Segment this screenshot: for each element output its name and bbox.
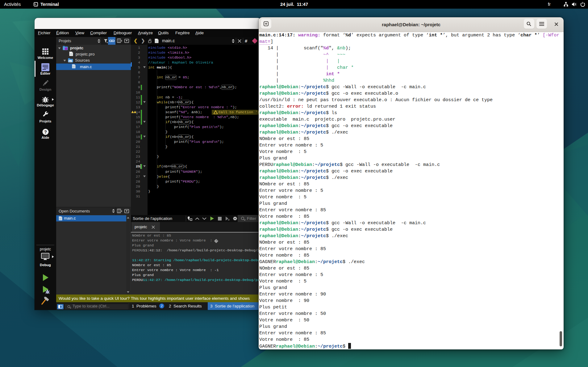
svg-text:C+: C+ (69, 60, 71, 62)
svg-text:?: ? (44, 130, 47, 134)
svg-text:2: 2 (136, 113, 137, 115)
svg-text:st: st (228, 219, 230, 221)
